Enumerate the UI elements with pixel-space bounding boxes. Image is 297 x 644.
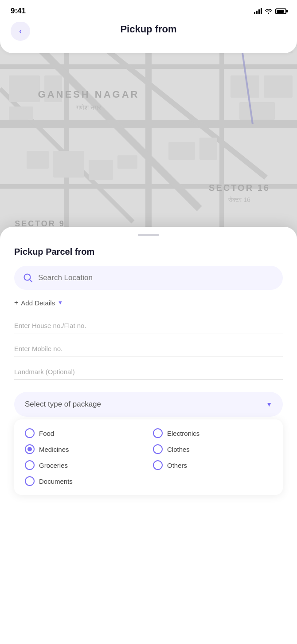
svg-text:गणेश नगर: गणेश नगर — [76, 103, 102, 111]
package-type-selector[interactable]: Select type of package ▼ — [14, 392, 283, 417]
svg-rect-26 — [239, 102, 275, 120]
svg-rect-24 — [231, 75, 259, 98]
options-grid: Food Electronics Medicines Clothes — [25, 428, 272, 486]
back-chevron-icon: ‹ — [19, 27, 22, 35]
package-options-panel: Food Electronics Medicines Clothes — [14, 419, 283, 495]
svg-rect-34 — [199, 138, 217, 160]
radio-others — [153, 460, 163, 470]
mobile-field-wrap — [14, 340, 283, 362]
svg-rect-21 — [9, 75, 40, 102]
radio-clothes — [153, 444, 163, 454]
landmark-input[interactable] — [14, 363, 283, 379]
signal-icon — [254, 8, 262, 14]
option-food[interactable]: Food — [25, 428, 144, 438]
status-icons — [254, 8, 286, 15]
search-box[interactable] — [14, 266, 283, 290]
svg-rect-35 — [27, 151, 49, 169]
svg-rect-25 — [264, 75, 293, 98]
package-selector-label: Select type of package — [25, 400, 101, 409]
search-location-input[interactable] — [38, 273, 274, 282]
option-electronics-label: Electronics — [167, 430, 199, 437]
radio-documents — [25, 476, 35, 486]
radio-medicines — [25, 444, 35, 454]
svg-line-40 — [30, 280, 32, 282]
svg-rect-37 — [89, 160, 113, 180]
radio-electronics — [153, 428, 163, 438]
mobile-number-input[interactable] — [14, 340, 283, 356]
house-field-wrap — [14, 317, 283, 339]
svg-text:SECTOR 16: SECTOR 16 — [209, 183, 270, 193]
option-others-label: Others — [167, 462, 187, 469]
bottom-sheet: Pickup Parcel from + Add Details ▼ Selec… — [0, 227, 297, 644]
radio-food — [25, 428, 35, 438]
status-time: 9:41 — [11, 7, 26, 16]
option-groceries-label: Groceries — [39, 462, 68, 469]
svg-rect-36 — [53, 151, 84, 178]
header-title: Pickup from — [120, 24, 176, 35]
wifi-icon — [265, 8, 273, 15]
svg-rect-38 — [117, 155, 137, 169]
option-clothes[interactable]: Clothes — [153, 444, 272, 454]
option-documents[interactable]: Documents — [25, 476, 144, 486]
radio-groceries — [25, 460, 35, 470]
back-button[interactable]: ‹ — [11, 21, 30, 41]
option-documents-label: Documents — [39, 478, 73, 485]
option-medicines[interactable]: Medicines — [25, 444, 144, 454]
package-dropdown-arrow-icon: ▼ — [266, 401, 272, 408]
option-others[interactable]: Others — [153, 460, 272, 470]
radio-medicines-fill — [27, 447, 32, 451]
option-food-label: Food — [39, 430, 54, 437]
option-clothes-label: Clothes — [167, 446, 190, 453]
status-bar: 9:41 — [0, 0, 297, 22]
svg-text:सेक्टर 16: सेक्टर 16 — [228, 196, 250, 203]
option-electronics[interactable]: Electronics — [153, 428, 272, 438]
add-details-row[interactable]: + Add Details ▼ — [14, 299, 283, 307]
search-icon — [23, 273, 33, 283]
svg-text:GANESH NAGAR: GANESH NAGAR — [38, 89, 140, 100]
landmark-field-wrap — [14, 363, 283, 385]
add-details-arrow-icon: ▼ — [58, 300, 63, 306]
option-medicines-label: Medicines — [39, 446, 69, 453]
section-title: Pickup Parcel from — [14, 247, 283, 257]
add-details-label: Add Details — [21, 299, 55, 307]
battery-icon — [275, 8, 286, 14]
svg-rect-23 — [9, 107, 33, 120]
svg-rect-33 — [168, 142, 195, 160]
house-number-input[interactable] — [14, 317, 283, 333]
option-groceries[interactable]: Groceries — [25, 460, 144, 470]
sheet-handle — [138, 234, 159, 236]
add-details-plus-icon: + — [14, 299, 18, 307]
